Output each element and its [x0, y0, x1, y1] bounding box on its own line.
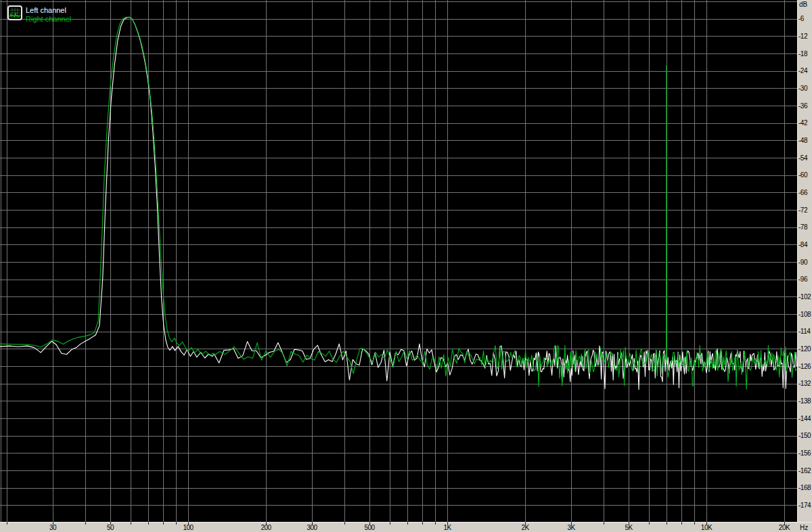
x-axis-label: 3K — [556, 523, 586, 532]
x-axis-tick — [407, 522, 408, 525]
y-axis-label: -102 — [798, 293, 812, 301]
spectrum-analyzer-screen: Left channel Right channel dB -6-12-18-2… — [0, 0, 812, 532]
y-axis-label: -96 — [798, 275, 812, 283]
y-axis-unit-label: dB — [799, 1, 807, 8]
y-axis-label: -132 — [798, 380, 812, 387]
x-axis-label: 500 — [355, 523, 384, 532]
y-axis-label: -42 — [798, 119, 812, 127]
y-axis-strip: dB -6-12-18-24-30-36-42-48-54-60-66-72-7… — [797, 0, 812, 522]
x-axis-tick — [681, 522, 682, 525]
legend-left-channel-label: Left channel — [26, 6, 66, 14]
y-axis-label: -12 — [798, 32, 812, 40]
x-axis-tick — [390, 522, 390, 525]
y-axis-label: -126 — [798, 363, 812, 370]
x-axis-tick — [163, 522, 164, 525]
x-axis-label: 2K — [510, 523, 540, 532]
trace-right-channel — [0, 17, 796, 389]
y-axis-label: -162 — [798, 467, 812, 474]
x-axis-label: 20K — [769, 523, 799, 532]
x-axis-label: 5K — [614, 523, 644, 532]
x-axis-tick — [344, 522, 345, 525]
y-axis-label: -6 — [798, 15, 812, 22]
y-axis-label: -144 — [798, 415, 812, 422]
x-axis-tick — [649, 522, 650, 525]
y-axis-label: -120 — [798, 345, 812, 353]
x-axis-label: 300 — [297, 523, 327, 532]
y-axis-label: -150 — [798, 432, 812, 439]
y-axis-label: -114 — [798, 328, 812, 335]
x-axis-label: 1K — [432, 523, 462, 532]
legend: Left channel Right channel — [0, 0, 176, 27]
y-axis-label: -108 — [798, 311, 812, 318]
y-axis-label: -24 — [798, 67, 812, 74]
x-axis-strip: Hz 30501002003005001K2K3K5K10K20K — [0, 522, 812, 532]
y-axis-label: -54 — [798, 154, 812, 162]
x-axis-tick — [604, 522, 604, 525]
x-axis-unit-label: Hz — [800, 523, 808, 532]
x-axis-tick — [148, 522, 149, 525]
y-axis-label: -168 — [798, 484, 812, 491]
y-axis-label: -30 — [798, 85, 812, 92]
x-axis-tick — [7, 522, 7, 525]
x-axis-label: 10K — [692, 523, 721, 532]
y-axis-label: -90 — [798, 259, 812, 266]
spectrum-plot — [0, 0, 797, 522]
x-axis-label: 100 — [173, 523, 203, 532]
y-axis-label: -66 — [798, 189, 812, 196]
y-axis-label: -48 — [798, 137, 812, 144]
y-axis-label: -156 — [798, 449, 812, 457]
trace-left-channel — [0, 18, 797, 390]
legend-right-channel-label: Right channel — [26, 15, 71, 23]
spectrum-plot-area: Left channel Right channel — [0, 0, 797, 522]
y-axis-label: -72 — [798, 206, 812, 214]
x-axis-label: 200 — [251, 523, 281, 532]
y-axis-label: -18 — [798, 50, 812, 58]
x-axis-tick — [131, 522, 131, 525]
y-axis-label: -78 — [798, 223, 812, 231]
y-axis-label: -174 — [798, 502, 812, 509]
y-axis-label: -84 — [798, 241, 812, 248]
x-axis-tick — [422, 522, 423, 525]
x-axis-tick — [85, 522, 86, 525]
x-axis-tick — [667, 522, 667, 525]
x-axis-label: 30 — [38, 523, 68, 532]
y-axis-label: -60 — [798, 171, 812, 179]
x-axis-label: 50 — [95, 523, 125, 532]
y-axis-label: -138 — [798, 397, 812, 405]
y-axis-label: -36 — [798, 102, 812, 110]
spectrum-icon — [7, 5, 22, 20]
